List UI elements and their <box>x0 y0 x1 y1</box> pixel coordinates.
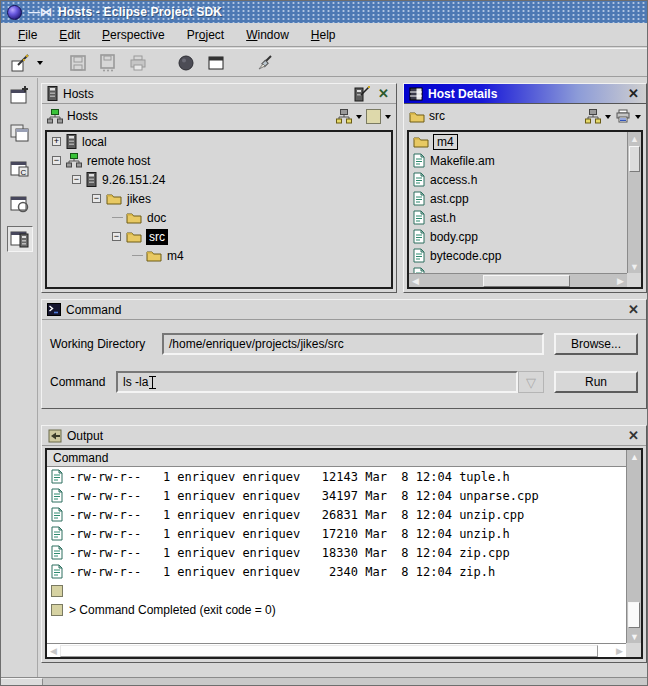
output-row[interactable]: -rw-rw-r-- 1 enriquev enriquev 17210 Mar… <box>47 524 626 543</box>
paintbrush-button[interactable] <box>251 51 277 75</box>
browse-button[interactable]: Browse... <box>554 333 638 355</box>
output-status-row[interactable] <box>47 581 626 600</box>
new-host-icon[interactable] <box>353 86 371 102</box>
hosts-close-icon[interactable]: ✕ <box>376 87 391 100</box>
expander-icon[interactable]: − <box>112 232 121 241</box>
scroll-down-icon[interactable]: ▼ <box>628 630 641 643</box>
command-input[interactable]: ls -la <box>116 371 518 393</box>
filter-box-icon[interactable] <box>366 109 381 124</box>
folder-icon <box>126 230 142 243</box>
scroll-right-icon[interactable]: ▶ <box>614 274 627 287</box>
output-row[interactable]: -rw-rw-r-- 1 enriquev enriquev 12143 Mar… <box>47 467 626 486</box>
scroll-left-icon[interactable]: ◀ <box>47 644 60 657</box>
scroll-thumb[interactable] <box>60 645 598 657</box>
host-details-titlebar[interactable]: Host Details ✕ <box>404 84 646 104</box>
filter-dropdown[interactable] <box>385 115 391 122</box>
folder-icon <box>413 135 429 148</box>
list-item[interactable]: ast.cpp <box>409 189 627 208</box>
open-perspective-button[interactable] <box>7 83 33 109</box>
file-list: m4 Makefile.am access.h ast.cpp ast.h <box>409 132 627 273</box>
working-directory-field[interactable]: /home/enriquev/projects/jikes/src <box>162 333 544 355</box>
menu-help[interactable]: Help <box>300 23 347 47</box>
file-icon <box>413 191 425 206</box>
list-item[interactable]: body.cpp <box>409 227 627 246</box>
menu-file[interactable]: File <box>7 23 48 47</box>
save-as-icon <box>99 54 117 72</box>
host-details-view: Host Details ✕ src m4 Makefile.am <box>403 83 647 293</box>
list-item[interactable]: access.h <box>409 170 627 189</box>
command-history-dropdown[interactable]: ▽ <box>518 371 544 393</box>
hosts-view-titlebar[interactable]: Hosts ✕ <box>42 84 396 104</box>
output-row[interactable]: -rw-rw-r-- 1 enriquev enriquev 2340 Mar … <box>47 562 626 581</box>
output-column-header[interactable]: Command <box>47 450 626 467</box>
new-wizard-button[interactable] <box>7 51 33 75</box>
working-directory-label: Working Directory <box>50 337 162 351</box>
tree-item-local[interactable]: + local <box>47 132 391 151</box>
tree-item-jikes[interactable]: − jikes <box>47 189 391 208</box>
printer-small-icon[interactable] <box>615 109 631 123</box>
browse-perspective-button[interactable] <box>7 191 33 217</box>
output-row[interactable]: -rw-rw-r-- 1 enriquev enriquev 18330 Mar… <box>47 543 626 562</box>
tree-item-doc[interactable]: doc <box>47 208 391 227</box>
list-item[interactable]: bytecode.cpp <box>409 246 627 265</box>
menu-perspective[interactable]: Perspective <box>91 23 176 47</box>
tree-item-m4[interactable]: m4 <box>47 246 391 265</box>
expander-icon[interactable]: − <box>72 175 81 184</box>
expander-icon[interactable]: + <box>52 137 61 146</box>
details-vertical-scrollbar[interactable]: ▲ ▼ <box>627 132 641 273</box>
save-as-button[interactable] <box>95 51 121 75</box>
list-item-m4[interactable]: m4 <box>409 132 627 151</box>
hosts-perspective-button[interactable] <box>7 226 33 252</box>
tree-layout-dropdown[interactable] <box>605 115 611 122</box>
menu-project[interactable]: Project <box>176 23 235 47</box>
tree-item-src[interactable]: − src <box>47 227 391 246</box>
printer-dropdown[interactable] <box>635 115 641 122</box>
scroll-up-icon[interactable]: ▲ <box>628 450 641 463</box>
output-titlebar[interactable]: Output ✕ <box>42 426 646 446</box>
new-wizard-dropdown[interactable] <box>37 61 43 68</box>
window-button[interactable] <box>203 51 229 75</box>
list-item-clipped[interactable] <box>409 265 627 273</box>
file-icon <box>51 526 63 541</box>
window-title: Hosts - Eclipse Project SDK <box>58 5 222 19</box>
tree-layout-icon[interactable] <box>336 109 352 124</box>
file-icon <box>413 172 425 187</box>
stop-button[interactable] <box>173 51 199 75</box>
scroll-down-icon[interactable]: ▼ <box>628 260 641 273</box>
tree-item-host-ip[interactable]: − 9.26.151.24 <box>47 170 391 189</box>
scroll-left-icon[interactable]: ◀ <box>409 274 422 287</box>
output-vertical-scrollbar[interactable]: ▲ ▼ <box>626 450 641 643</box>
window-titlebar[interactable]: —⋈ Hosts - Eclipse Project SDK <box>1 1 647 23</box>
scroll-thumb[interactable] <box>628 602 640 628</box>
output-row[interactable]: -rw-rw-r-- 1 enriquev enriquev 26831 Mar… <box>47 505 626 524</box>
c-perspective-button[interactable]: C <box>7 156 33 182</box>
list-item[interactable]: ast.h <box>409 208 627 227</box>
output-row[interactable]: -rw-rw-r-- 1 enriquev enriquev 34197 Mar… <box>47 486 626 505</box>
print-button[interactable] <box>125 51 151 75</box>
window-resize-strip[interactable] <box>1 677 647 685</box>
output-horizontal-scrollbar[interactable]: ◀ ▶ <box>47 643 626 657</box>
menu-window[interactable]: Window <box>235 23 300 47</box>
resource-perspective-button[interactable] <box>7 120 33 146</box>
save-button[interactable] <box>65 51 91 75</box>
output-close-icon[interactable]: ✕ <box>626 429 641 442</box>
run-button[interactable]: Run <box>554 371 638 393</box>
scroll-thumb[interactable] <box>483 275 570 287</box>
host-details-close-icon[interactable]: ✕ <box>626 87 641 100</box>
resize-corner-tab[interactable] <box>1 678 43 685</box>
scroll-right-icon[interactable]: ▶ <box>613 644 626 657</box>
expander-icon[interactable]: − <box>52 156 61 165</box>
scroll-up-icon[interactable]: ▲ <box>628 132 641 145</box>
host-details-title: Host Details <box>428 87 497 101</box>
output-status-row[interactable]: > Command Completed (exit code = 0) <box>47 600 626 619</box>
tree-item-remote-host[interactable]: − remote host <box>47 151 391 170</box>
tree-layout-icon[interactable] <box>585 109 601 124</box>
scroll-thumb[interactable] <box>629 146 640 172</box>
list-item[interactable]: Makefile.am <box>409 151 627 170</box>
command-close-icon[interactable]: ✕ <box>626 303 641 316</box>
command-titlebar[interactable]: Command ✕ <box>42 300 646 320</box>
tree-layout-dropdown[interactable] <box>356 115 362 122</box>
details-horizontal-scrollbar[interactable]: ◀ ▶ <box>409 273 627 287</box>
expander-icon[interactable]: − <box>92 194 101 203</box>
menu-edit[interactable]: Edit <box>48 23 91 47</box>
